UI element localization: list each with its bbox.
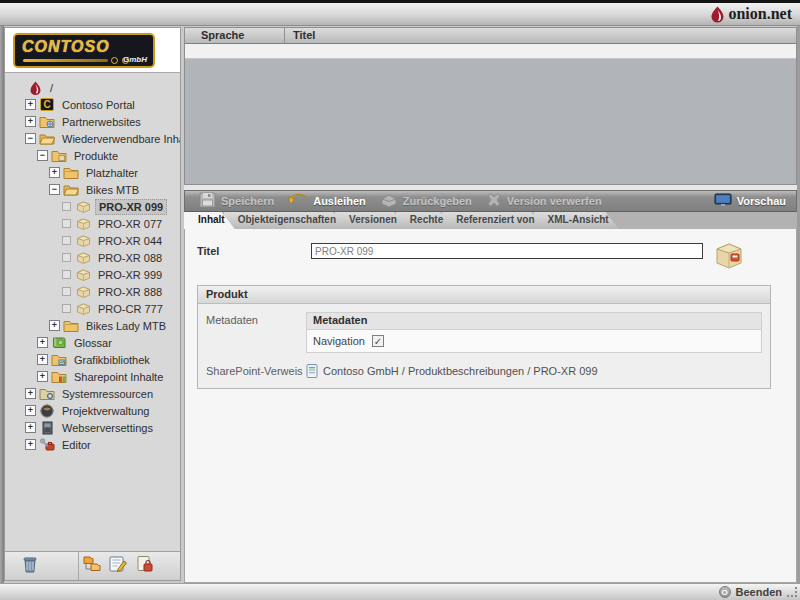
tree-item-pro-cr-777[interactable]: PRO-CR 777: [5, 300, 180, 317]
leaf-node-icon: [62, 219, 71, 228]
titel-input[interactable]: [311, 243, 703, 259]
tree-item-projektverwaltung[interactable]: +Projektverwaltung: [5, 402, 180, 419]
speichern-button[interactable]: Speichern: [199, 192, 274, 210]
resize-grip[interactable]: [787, 587, 798, 598]
folder-open-icon: [39, 132, 55, 146]
expand-icon[interactable]: +: [25, 405, 36, 416]
exit-button[interactable]: Beenden: [736, 586, 782, 598]
sharepoint-label: SharePoint-Verweis: [206, 363, 306, 378]
permissions-button[interactable]: [131, 554, 157, 578]
package-icon: [75, 234, 91, 248]
sidebar-toolbar-cell: [105, 552, 131, 580]
tree-item-contoso-portal[interactable]: +CContoso Portal: [5, 96, 180, 113]
brand-title: onion.net: [728, 5, 792, 23]
tree-item-platzhalter[interactable]: +Platzhalter: [5, 164, 180, 181]
tree-item-label: PRO-XR 044: [95, 234, 165, 248]
expand-icon[interactable]: +: [25, 388, 36, 399]
leaf-node-icon: [13, 82, 24, 93]
navigation-checkbox[interactable]: ✓: [372, 335, 384, 347]
navigation-row: Navigation ✓: [307, 330, 761, 352]
delete-button[interactable]: [17, 554, 43, 578]
sharepoint-reference[interactable]: Contoso GmbH / Produktbeschreibungen / P…: [306, 363, 598, 378]
folder-sites-icon: [39, 115, 55, 129]
tree-item-label: PRO-XR 099: [95, 199, 167, 215]
zurückgeben-button[interactable]: Zurückgeben: [380, 193, 472, 209]
tree-item-wiederverwendbare-inhalte[interactable]: −Wiederverwendbare Inhalte: [5, 130, 180, 147]
leaf-node-icon: [62, 202, 71, 211]
tree-item-pro-xr-088[interactable]: PRO-XR 088: [5, 249, 180, 266]
tree-item-glossar[interactable]: +Glossar: [5, 334, 180, 351]
trash-icon: [20, 554, 40, 578]
content-tree-icon: [82, 555, 102, 577]
tree-item-systemressourcen[interactable]: +Systemressourcen: [5, 385, 180, 402]
expand-icon[interactable]: +: [25, 116, 36, 127]
tab-objekteigenschaften[interactable]: Objekteigenschaften: [224, 212, 346, 229]
tree-item-label: Systemressourcen: [59, 387, 156, 401]
expand-icon[interactable]: +: [25, 422, 36, 433]
collapse-icon[interactable]: −: [49, 184, 60, 195]
tree-item-grafikbibliothek[interactable]: +Grafikbibliothek: [5, 351, 180, 368]
language-table: Sprache Titel: [184, 27, 797, 185]
content-tree-button[interactable]: [79, 554, 105, 578]
expand-icon[interactable]: +: [37, 354, 48, 365]
package-icon: [75, 217, 91, 231]
tree-item-webserversettings[interactable]: +Webserversettings: [5, 419, 180, 436]
contoso-logo-swoosh: [23, 59, 108, 62]
expand-icon[interactable]: +: [37, 337, 48, 348]
tree-item-partnerwebsites[interactable]: +Partnerwebsites: [5, 113, 180, 130]
command-toolbar: SpeichernAusleihenZurückgebenVersion ver…: [184, 190, 797, 212]
tree-item-label: Partnerwebsites: [59, 115, 144, 129]
onion-root-icon: [27, 81, 43, 95]
tree-item-label: Webserversettings: [59, 421, 156, 435]
tree-item-produkte[interactable]: −Produkte: [5, 147, 180, 164]
onion-net-logo: onion.net: [710, 5, 792, 23]
version-verwerfen-button[interactable]: Version verwerfen: [486, 193, 602, 209]
expand-icon[interactable]: +: [49, 320, 60, 331]
tree-item-pro-xr-044[interactable]: PRO-XR 044: [5, 232, 180, 249]
folder-icon: [63, 319, 79, 333]
sidebar-toolbar-cell: [5, 552, 79, 580]
tree-item-label: PRO-XR 088: [95, 251, 165, 265]
tree-item-editor[interactable]: +Editor: [5, 436, 180, 453]
document-icon: [306, 364, 318, 378]
language-table-empty-row[interactable]: [185, 44, 796, 59]
toolbar-button-label: Vorschau: [737, 195, 786, 207]
contoso-logo: CONTOSO GmbH: [13, 33, 155, 68]
metadaten-box-header: Metadaten: [307, 313, 761, 330]
expand-icon[interactable]: +: [25, 99, 36, 110]
brand-bar: onion.net: [0, 3, 800, 26]
edit-button[interactable]: [105, 554, 131, 578]
status-bar: O Beenden: [0, 583, 800, 600]
sidebar-bottom-toolbar: [5, 551, 180, 580]
tree-item-sharepoint-inhalte[interactable]: +Sharepoint Inhalte: [5, 368, 180, 385]
column-header-sprache[interactable]: Sprache: [185, 28, 285, 43]
tab-xml-ansicht[interactable]: XML-Ansicht: [534, 212, 619, 229]
tree-item-bikes-lady-mtb[interactable]: +Bikes Lady MTB: [5, 317, 180, 334]
tree-item-label: Sharepoint Inhalte: [71, 370, 166, 384]
vorschau-button[interactable]: Vorschau: [714, 193, 786, 210]
tab-referenziert-von[interactable]: Referenziert von: [442, 212, 544, 229]
package-type-icon: [713, 239, 745, 273]
sidebar: CONTOSO GmbH /+CContoso Portal+Partnerwe…: [4, 27, 181, 581]
tree-item-label: /: [47, 81, 56, 95]
tree-item-pro-xr-888[interactable]: PRO-XR 888: [5, 283, 180, 300]
expand-icon[interactable]: +: [49, 167, 60, 178]
tree-item-[interactable]: /: [5, 79, 180, 96]
tree-item-bikes-mtb[interactable]: −Bikes MTB: [5, 181, 180, 198]
package-icon: [75, 285, 91, 299]
expand-icon[interactable]: +: [37, 371, 48, 382]
tree-item-pro-xr-099[interactable]: PRO-XR 099: [5, 198, 180, 215]
folder-gear-icon: [39, 387, 55, 401]
tree-item-pro-xr-077[interactable]: PRO-XR 077: [5, 215, 180, 232]
collapse-icon[interactable]: −: [37, 150, 48, 161]
column-header-titel[interactable]: Titel: [285, 28, 796, 43]
ausleihen-button[interactable]: Ausleihen: [288, 193, 366, 210]
folder-icon: [63, 166, 79, 180]
tree-item-pro-xr-999[interactable]: PRO-XR 999: [5, 266, 180, 283]
monitor-icon: [714, 193, 732, 210]
contoso-c-icon: C: [39, 98, 55, 112]
folder-products-icon: [51, 149, 67, 163]
collapse-icon[interactable]: −: [25, 133, 36, 144]
package-icon: [75, 268, 91, 282]
expand-icon[interactable]: +: [25, 439, 36, 450]
